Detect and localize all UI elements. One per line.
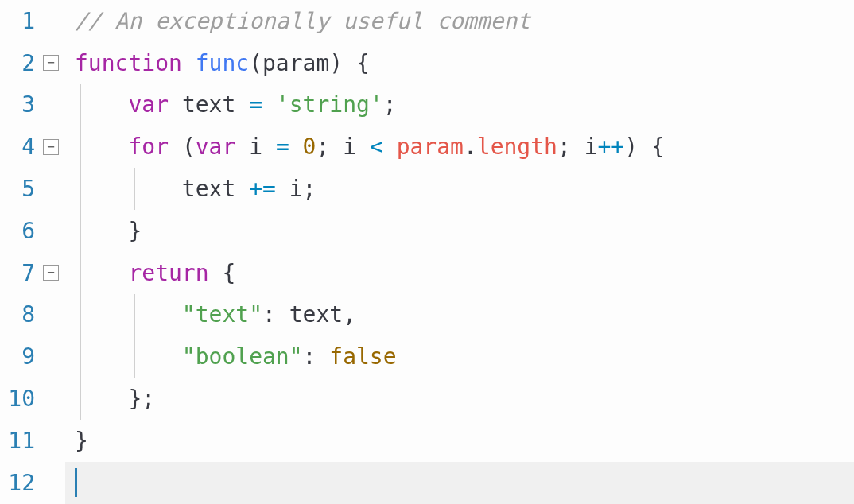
code-line[interactable]: "text": text,: [65, 294, 854, 336]
line-number: 5: [0, 176, 40, 202]
line-number: 10: [0, 386, 40, 412]
indent-guide: [80, 126, 81, 168]
fold-toggle-icon[interactable]: −: [43, 139, 59, 155]
cursor-icon: [75, 468, 77, 497]
operator-token: +=: [249, 176, 276, 202]
gutter-row: 5: [0, 168, 65, 210]
indent-guide: [80, 252, 81, 294]
number-token: 0: [303, 134, 316, 160]
code-line[interactable]: // An exceptionally useful comment: [65, 0, 854, 42]
line-number: 7: [0, 260, 40, 286]
code-area[interactable]: // An exceptionally useful comment funct…: [65, 0, 854, 504]
space: [343, 50, 356, 76]
operator-token: =: [249, 91, 262, 118]
punct-token: ): [329, 50, 343, 76]
space: [571, 134, 584, 160]
punct-token: (: [182, 134, 196, 160]
string-token: 'string': [276, 91, 383, 118]
code-editor[interactable]: 1 2 − 3 4 − 5 6 7 − 8: [0, 0, 854, 504]
function-name-token: func: [196, 50, 249, 76]
line-number: 11: [0, 428, 40, 454]
indent: [75, 386, 128, 412]
space: [235, 134, 249, 160]
code-line[interactable]: "boolean": false: [65, 335, 854, 378]
gutter-row: 9: [0, 335, 65, 378]
punct-token: ,: [343, 301, 356, 328]
line-number: 6: [0, 218, 40, 244]
indent-guide: [80, 210, 81, 252]
line-number: 3: [0, 91, 40, 118]
space: [383, 134, 397, 160]
brace-token: {: [356, 50, 370, 76]
code-line[interactable]: return {: [65, 252, 854, 294]
gutter-row: 11: [0, 420, 65, 462]
property-token: length: [477, 134, 557, 160]
space: [329, 134, 343, 160]
indent: [75, 218, 128, 244]
identifier-token: i: [343, 134, 356, 160]
param-token: param: [397, 134, 464, 160]
line-number: 4: [0, 134, 40, 160]
space: [235, 176, 249, 202]
space: [276, 301, 289, 328]
fold-toggle-icon[interactable]: −: [43, 55, 59, 71]
code-line[interactable]: function func(param) {: [65, 42, 854, 84]
brace-token: }: [128, 218, 142, 244]
identifier-token: i: [584, 134, 598, 160]
fold-toggle-icon[interactable]: −: [43, 265, 59, 281]
gutter-row: 4 −: [0, 126, 65, 168]
space: [276, 176, 289, 202]
line-number: 8: [0, 301, 40, 328]
gutter-row: 10: [0, 378, 65, 420]
code-line[interactable]: };: [65, 378, 854, 420]
punct-token: (: [249, 50, 262, 76]
punct-token: :: [262, 301, 276, 328]
code-line[interactable]: var text = 'string';: [65, 84, 854, 126]
operator-token: ++: [598, 134, 625, 160]
space: [289, 134, 303, 160]
code-line-active[interactable]: [65, 462, 854, 504]
punct-token: ;: [383, 91, 397, 118]
punct-token: ;: [557, 134, 571, 160]
boolean-token: false: [329, 343, 396, 370]
code-line[interactable]: }: [65, 210, 854, 252]
code-line[interactable]: text += i;: [65, 168, 854, 210]
identifier-token: text: [182, 176, 235, 202]
indent-guide: [134, 294, 135, 336]
identifier-token: text: [289, 301, 343, 328]
space: [209, 260, 223, 286]
gutter-row: 3: [0, 84, 65, 126]
indent-guide: [80, 335, 81, 378]
brace-token: }: [75, 428, 88, 454]
indent: [75, 301, 182, 328]
space: [356, 134, 370, 160]
code-line[interactable]: }: [65, 420, 854, 462]
gutter: 1 2 − 3 4 − 5 6 7 − 8: [0, 0, 65, 504]
space: [316, 343, 329, 370]
indent-guide: [80, 168, 81, 210]
indent-guide: [134, 335, 135, 378]
indent-guide: [80, 378, 81, 420]
brace-token: {: [222, 260, 235, 286]
gutter-row: 6: [0, 210, 65, 252]
indent-guide: [134, 168, 135, 210]
space: [638, 134, 651, 160]
comment-token: // An exceptionally useful comment: [75, 8, 530, 34]
gutter-row: 12: [0, 462, 65, 504]
keyword-token: function: [75, 50, 182, 76]
indent: [75, 91, 128, 118]
line-number: 2: [0, 50, 40, 76]
code-line[interactable]: for (var i = 0; i < param.length; i++) {: [65, 126, 854, 168]
operator-token: <: [370, 134, 383, 160]
punct-token: ;: [303, 176, 316, 202]
string-key-token: "boolean": [182, 343, 303, 370]
space: [169, 91, 182, 118]
line-number: 1: [0, 8, 40, 34]
param-token: param: [262, 50, 329, 76]
punct-token: .: [464, 134, 477, 160]
punct-token: :: [303, 343, 316, 370]
gutter-row: 1: [0, 0, 65, 42]
space: [169, 134, 182, 160]
gutter-row: 7 −: [0, 252, 65, 294]
brace-token: }: [128, 386, 142, 412]
